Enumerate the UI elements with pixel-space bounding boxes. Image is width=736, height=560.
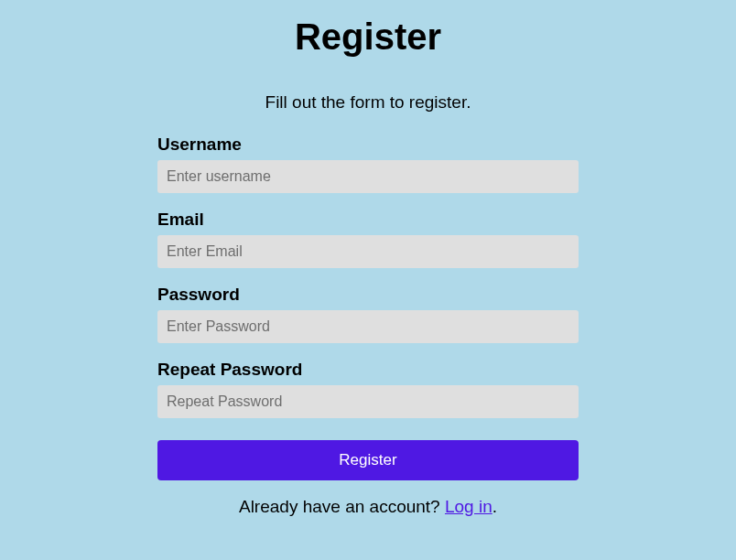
username-label: Username [157, 135, 579, 155]
page-title: Register [157, 16, 579, 58]
login-link[interactable]: Log in [445, 497, 492, 516]
login-suffix: . [492, 497, 497, 516]
repeat-password-input[interactable] [157, 385, 579, 418]
email-input[interactable] [157, 235, 579, 268]
login-prompt-text: Already have an account? [239, 497, 445, 516]
username-field: Username [157, 135, 579, 193]
login-prompt-line: Already have an account? Log in. [157, 497, 579, 517]
username-input[interactable] [157, 160, 579, 193]
repeat-password-label: Repeat Password [157, 360, 579, 380]
register-form-container: Register Fill out the form to register. … [157, 0, 579, 517]
password-input[interactable] [157, 310, 579, 343]
register-button[interactable]: Register [157, 440, 579, 480]
email-label: Email [157, 210, 579, 230]
password-label: Password [157, 285, 579, 305]
page-subtitle: Fill out the form to register. [157, 92, 579, 113]
password-field: Password [157, 285, 579, 343]
email-field: Email [157, 210, 579, 268]
repeat-password-field: Repeat Password [157, 360, 579, 418]
